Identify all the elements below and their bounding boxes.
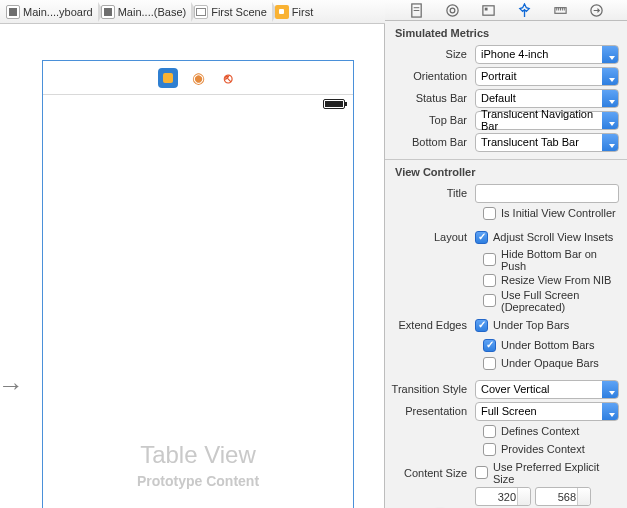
content-height-stepper[interactable]: 568 bbox=[535, 487, 591, 506]
provides-context-label: Provides Context bbox=[501, 443, 585, 455]
scene-icon bbox=[194, 5, 208, 19]
file-inspector-tab[interactable] bbox=[408, 2, 424, 18]
svg-point-4 bbox=[450, 8, 455, 13]
use-preferred-size-label: Use Preferred Explicit Size bbox=[493, 461, 619, 485]
first-responder-icon[interactable]: ◉ bbox=[188, 68, 208, 88]
tableview-placeholder-subtitle: Prototype Content bbox=[137, 473, 259, 489]
title-input[interactable] bbox=[475, 184, 619, 203]
orientation-label: Orientation bbox=[385, 70, 475, 82]
under-top-checkbox[interactable] bbox=[475, 319, 488, 332]
breadcrumb-scene[interactable]: First Scene bbox=[192, 0, 273, 23]
svg-rect-6 bbox=[484, 7, 487, 10]
hide-bottom-checkbox[interactable] bbox=[483, 253, 496, 266]
scene-dock: ◉ ⎋ bbox=[43, 61, 353, 95]
storyboard-icon bbox=[6, 5, 20, 19]
under-opaque-label: Under Opaque Bars bbox=[501, 357, 599, 369]
breadcrumb-base[interactable]: Main....(Base) bbox=[99, 0, 192, 23]
extend-edges-label: Extend Edges bbox=[385, 319, 475, 331]
viewcontroller-dock-icon[interactable] bbox=[158, 68, 178, 88]
viewcontroller-icon bbox=[275, 5, 289, 19]
presentation-label: Presentation bbox=[385, 405, 475, 417]
identity-inspector-tab[interactable] bbox=[480, 2, 496, 18]
segue-arrow-icon: → bbox=[0, 370, 24, 401]
connections-inspector-tab[interactable] bbox=[588, 2, 604, 18]
breadcrumb-label: First bbox=[292, 6, 313, 18]
transition-style-label: Transition Style bbox=[385, 383, 475, 395]
breadcrumb-label: First Scene bbox=[211, 6, 267, 18]
layout-label: Layout bbox=[385, 231, 475, 243]
defines-context-checkbox[interactable] bbox=[483, 425, 496, 438]
battery-icon bbox=[323, 99, 345, 109]
simulated-device[interactable]: ◉ ⎋ Table View Prototype Content bbox=[42, 60, 354, 508]
topbar-select[interactable]: Translucent Navigation Bar bbox=[475, 111, 619, 130]
provides-context-checkbox[interactable] bbox=[483, 443, 496, 456]
orientation-select[interactable]: Portrait bbox=[475, 67, 619, 86]
under-opaque-checkbox[interactable] bbox=[483, 357, 496, 370]
breadcrumb-item[interactable]: First bbox=[273, 0, 319, 23]
adjust-insets-label: Adjust Scroll View Insets bbox=[493, 231, 613, 243]
exit-icon[interactable]: ⎋ bbox=[218, 68, 238, 88]
section-header-simulated-metrics: Simulated Metrics bbox=[385, 21, 627, 43]
bottombar-label: Bottom Bar bbox=[385, 136, 475, 148]
under-bottom-checkbox[interactable] bbox=[483, 339, 496, 352]
canvas-area: Main....yboard Main....(Base) First Scen… bbox=[0, 0, 385, 508]
content-size-label: Content Size bbox=[385, 467, 475, 479]
hide-bottom-label: Hide Bottom Bar on Push bbox=[501, 248, 619, 272]
adjust-insets-checkbox[interactable] bbox=[475, 231, 488, 244]
inspector-panel: Simulated Metrics Size iPhone 4-inch Ori… bbox=[385, 0, 627, 508]
section-header-view-controller: View Controller bbox=[385, 160, 627, 182]
status-bar bbox=[43, 95, 353, 115]
attributes-inspector-tab[interactable] bbox=[516, 2, 532, 18]
statusbar-label: Status Bar bbox=[385, 92, 475, 104]
inspector-tabs bbox=[385, 0, 627, 21]
topbar-label: Top Bar bbox=[385, 114, 475, 126]
breadcrumb-label: Main....yboard bbox=[23, 6, 93, 18]
tableview-placeholder-title: Table View bbox=[140, 441, 256, 469]
fullscreen-deprecated-label: Use Full Screen (Deprecated) bbox=[501, 289, 619, 313]
size-inspector-tab[interactable] bbox=[552, 2, 568, 18]
resize-nib-checkbox[interactable] bbox=[483, 274, 496, 287]
statusbar-select[interactable]: Default bbox=[475, 89, 619, 108]
size-select[interactable]: iPhone 4-inch bbox=[475, 45, 619, 64]
defines-context-label: Defines Context bbox=[501, 425, 579, 437]
breadcrumb-label: Main....(Base) bbox=[118, 6, 186, 18]
breadcrumb-storyboard[interactable]: Main....yboard bbox=[4, 0, 99, 23]
fullscreen-deprecated-checkbox[interactable] bbox=[483, 294, 496, 307]
presentation-select[interactable]: Full Screen bbox=[475, 402, 619, 421]
bottombar-select[interactable]: Translucent Tab Bar bbox=[475, 133, 619, 152]
storyboard-icon bbox=[101, 5, 115, 19]
content-width-stepper[interactable]: 320 bbox=[475, 487, 531, 506]
is-initial-checkbox[interactable] bbox=[483, 207, 496, 220]
size-label: Size bbox=[385, 48, 475, 60]
resize-nib-label: Resize View From NIB bbox=[501, 274, 611, 286]
is-initial-label: Is Initial View Controller bbox=[501, 207, 616, 219]
under-bottom-label: Under Bottom Bars bbox=[501, 339, 595, 351]
title-label: Title bbox=[385, 187, 475, 199]
under-top-label: Under Top Bars bbox=[493, 319, 569, 331]
breadcrumb: Main....yboard Main....(Base) First Scen… bbox=[0, 0, 385, 24]
use-preferred-size-checkbox[interactable] bbox=[475, 466, 488, 479]
transition-style-select[interactable]: Cover Vertical bbox=[475, 380, 619, 399]
svg-rect-5 bbox=[482, 5, 493, 14]
svg-point-3 bbox=[446, 4, 457, 15]
quickhelp-inspector-tab[interactable] bbox=[444, 2, 460, 18]
